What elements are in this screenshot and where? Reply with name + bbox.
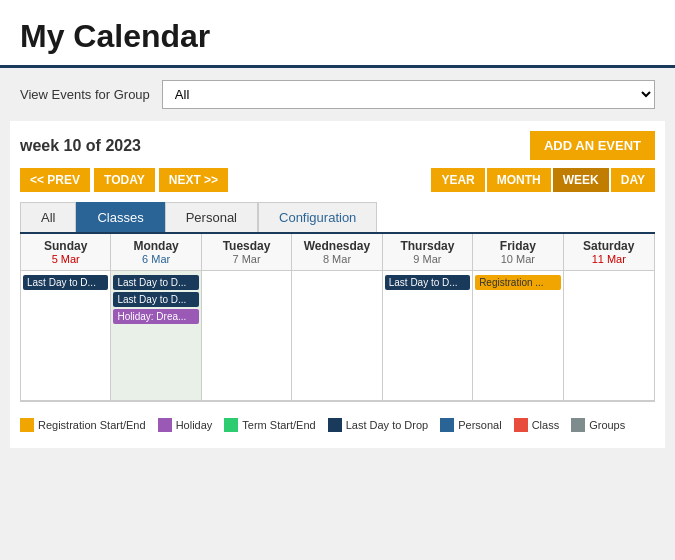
add-event-button[interactable]: ADD AN EVENT xyxy=(530,131,655,160)
tab-personal[interactable]: Personal xyxy=(165,202,258,232)
legend-color-lastday xyxy=(328,418,342,432)
view-buttons: YEAR MONTH WEEK DAY xyxy=(431,168,655,192)
calendar-grid: Sunday 5 Mar Monday 6 Mar Tuesday 7 Mar … xyxy=(20,234,655,402)
legend-label-registration: Registration Start/End xyxy=(38,419,146,431)
legend-item-holiday: Holiday xyxy=(158,418,213,432)
cell-sunday: Last Day to D... xyxy=(21,271,111,401)
day-header-friday: Friday 10 Mar xyxy=(473,234,563,270)
day-name: Saturday xyxy=(570,239,648,253)
day-header-sunday: Sunday 5 Mar xyxy=(21,234,111,270)
cell-tuesday xyxy=(202,271,292,401)
day-header-saturday: Saturday 11 Mar xyxy=(564,234,654,270)
nav-row: << PREV TODAY NEXT >> YEAR MONTH WEEK DA… xyxy=(20,168,655,192)
today-button[interactable]: TODAY xyxy=(94,168,155,192)
day-header-wednesday: Wednesday 8 Mar xyxy=(292,234,382,270)
legend-label-holiday: Holiday xyxy=(176,419,213,431)
event-sunday-1[interactable]: Last Day to D... xyxy=(23,275,108,290)
day-date: 8 Mar xyxy=(298,253,375,265)
legend-item-registration: Registration Start/End xyxy=(20,418,146,432)
day-cells: Last Day to D... Last Day to D... Last D… xyxy=(21,271,654,401)
tab-classes[interactable]: Classes xyxy=(76,202,164,232)
tabs-row: All Classes Personal Configuration xyxy=(20,202,655,234)
cell-wednesday xyxy=(292,271,382,401)
day-view-button[interactable]: DAY xyxy=(611,168,655,192)
year-view-button[interactable]: YEAR xyxy=(431,168,484,192)
tab-configuration[interactable]: Configuration xyxy=(258,202,377,232)
group-select[interactable]: All Classes Personal Work xyxy=(162,80,655,109)
legend-label-lastday: Last Day to Drop xyxy=(346,419,429,431)
legend-color-holiday xyxy=(158,418,172,432)
day-name: Thursday xyxy=(389,239,466,253)
legend-item-groups: Groups xyxy=(571,418,625,432)
day-headers: Sunday 5 Mar Monday 6 Mar Tuesday 7 Mar … xyxy=(21,234,654,271)
tab-all[interactable]: All xyxy=(20,202,76,232)
legend-color-class xyxy=(514,418,528,432)
day-name: Friday xyxy=(479,239,556,253)
cell-friday: Registration ... xyxy=(473,271,563,401)
controls-bar: View Events for Group All Classes Person… xyxy=(0,68,675,121)
event-monday-1[interactable]: Last Day to D... xyxy=(113,275,198,290)
day-name: Wednesday xyxy=(298,239,375,253)
week-label: week 10 of 2023 xyxy=(20,137,141,155)
legend-item-personal: Personal xyxy=(440,418,501,432)
month-view-button[interactable]: MONTH xyxy=(487,168,551,192)
legend-label-class: Class xyxy=(532,419,560,431)
event-thursday-1[interactable]: Last Day to D... xyxy=(385,275,470,290)
legend-color-term xyxy=(224,418,238,432)
event-friday-1[interactable]: Registration ... xyxy=(475,275,560,290)
day-date: 7 Mar xyxy=(208,253,285,265)
day-name: Sunday xyxy=(27,239,104,253)
nav-left: << PREV TODAY NEXT >> xyxy=(20,168,228,192)
legend-label-term: Term Start/End xyxy=(242,419,315,431)
event-monday-3[interactable]: Holiday: Drea... xyxy=(113,309,198,324)
day-name: Tuesday xyxy=(208,239,285,253)
legend-color-registration xyxy=(20,418,34,432)
event-monday-2[interactable]: Last Day to D... xyxy=(113,292,198,307)
view-events-label: View Events for Group xyxy=(20,87,150,102)
legend-label-personal: Personal xyxy=(458,419,501,431)
day-date: 5 Mar xyxy=(27,253,104,265)
day-date: 10 Mar xyxy=(479,253,556,265)
page-title: My Calendar xyxy=(20,18,655,55)
day-name: Monday xyxy=(117,239,194,253)
cell-thursday: Last Day to D... xyxy=(383,271,473,401)
day-header-monday: Monday 6 Mar xyxy=(111,234,201,270)
day-date: 9 Mar xyxy=(389,253,466,265)
day-header-tuesday: Tuesday 7 Mar xyxy=(202,234,292,270)
legend-color-personal xyxy=(440,418,454,432)
calendar-top: week 10 of 2023 ADD AN EVENT xyxy=(20,131,655,160)
calendar-container: week 10 of 2023 ADD AN EVENT << PREV TOD… xyxy=(10,121,665,448)
day-header-thursday: Thursday 9 Mar xyxy=(383,234,473,270)
legend-item-class: Class xyxy=(514,418,560,432)
next-button[interactable]: NEXT >> xyxy=(159,168,228,192)
legend-color-groups xyxy=(571,418,585,432)
cell-saturday xyxy=(564,271,654,401)
day-date: 11 Mar xyxy=(570,253,648,265)
week-view-button[interactable]: WEEK xyxy=(553,168,609,192)
prev-button[interactable]: << PREV xyxy=(20,168,90,192)
legend-label-groups: Groups xyxy=(589,419,625,431)
cell-monday: Last Day to D... Last Day to D... Holida… xyxy=(111,271,201,401)
legend: Registration Start/End Holiday Term Star… xyxy=(20,412,655,438)
day-date: 6 Mar xyxy=(117,253,194,265)
legend-item-lastday: Last Day to Drop xyxy=(328,418,429,432)
page-header: My Calendar xyxy=(0,0,675,68)
legend-item-term: Term Start/End xyxy=(224,418,315,432)
